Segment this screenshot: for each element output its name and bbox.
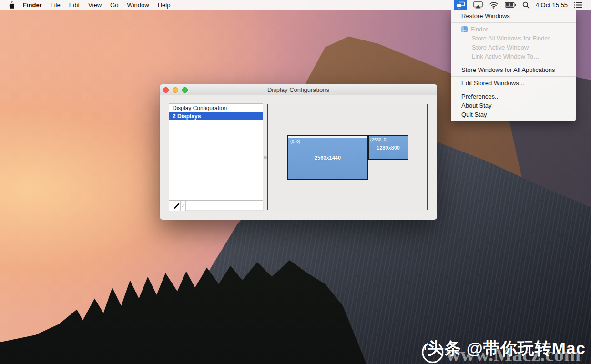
menu-help[interactable]: Help bbox=[158, 1, 171, 9]
menu-item-store-all-windows-finder: Store All Windows for Finder bbox=[451, 34, 576, 43]
menu-edit[interactable]: Edit bbox=[69, 1, 80, 9]
menu-item-preferences[interactable]: Preferences... bbox=[451, 92, 576, 101]
secondary-display-resolution: 1280x800 bbox=[369, 136, 408, 159]
configuration-row-selected[interactable]: 2 Displays bbox=[169, 112, 263, 120]
battery-charging-icon[interactable] bbox=[505, 0, 516, 10]
menu-separator bbox=[451, 76, 576, 77]
menubar: Finder File Edit View Go Window Help bbox=[0, 0, 591, 10]
stay-menubar-button[interactable] bbox=[454, 0, 467, 10]
display-box-secondary[interactable]: (2560, 0) 1280x800 bbox=[368, 135, 408, 160]
window-title: Display Configurations bbox=[160, 84, 437, 95]
menubar-status-area: 4 Oct 15:55 bbox=[454, 0, 591, 10]
edit-configuration-button[interactable] bbox=[173, 201, 181, 211]
menu-view[interactable]: View bbox=[88, 1, 102, 9]
watermark: www.Macz.com 头条 @带你玩转Mac bbox=[419, 331, 591, 364]
stay-displays-icon bbox=[456, 1, 465, 9]
stay-dropdown-menu: Restore Windows Finder Store All Windows… bbox=[451, 10, 576, 121]
apple-menu[interactable] bbox=[8, 0, 14, 10]
rename-field[interactable] bbox=[186, 201, 264, 211]
menubar-menus: Finder File Edit View Go Window Help bbox=[0, 0, 170, 10]
apple-logo-icon bbox=[8, 1, 14, 9]
window-titlebar[interactable]: Display Configurations bbox=[160, 84, 437, 95]
menubar-app-name[interactable]: Finder bbox=[23, 1, 42, 9]
menu-item-edit-stored-windows[interactable]: Edit Stored Windows... bbox=[451, 79, 576, 88]
primary-display-resolution: 2560x1440 bbox=[288, 136, 367, 179]
menu-item-store-active-window: Store Active Window bbox=[451, 43, 576, 52]
pencil-icon bbox=[173, 202, 180, 209]
remove-configuration-button[interactable]: − bbox=[169, 201, 173, 211]
finder-icon bbox=[461, 26, 468, 32]
splitter-handle[interactable] bbox=[264, 156, 267, 159]
menu-go[interactable]: Go bbox=[110, 1, 118, 9]
configurations-column-header: Display Configuration bbox=[169, 104, 263, 112]
menu-item-restore-windows[interactable]: Restore Windows bbox=[451, 11, 576, 20]
menu-separator bbox=[451, 90, 576, 90]
configurations-list: Display Configuration 2 Displays − ✓ bbox=[169, 103, 263, 211]
display-arrangement-panel: (0, 0) 2560x1440 (2560, 0) 1280x800 bbox=[267, 104, 428, 210]
notification-center-icon[interactable] bbox=[574, 0, 582, 10]
menu-separator bbox=[451, 22, 576, 23]
menu-item-finder: Finder bbox=[451, 25, 576, 34]
airplay-display-icon[interactable] bbox=[473, 0, 483, 10]
menu-separator bbox=[451, 63, 576, 63]
confirm-button-disabled[interactable]: ✓ bbox=[181, 201, 186, 211]
display-box-primary[interactable]: (0, 0) 2560x1440 bbox=[287, 135, 368, 180]
menu-item-about-stay[interactable]: About Stay bbox=[451, 101, 576, 110]
list-toolbar: − ✓ bbox=[169, 200, 263, 211]
menu-item-quit-stay[interactable]: Quit Stay bbox=[451, 110, 576, 119]
menu-item-store-windows-all-apps[interactable]: Store Windows for All Applications bbox=[451, 65, 576, 74]
menu-item-link-active-window: Link Active Window To… bbox=[451, 52, 576, 61]
menubar-clock[interactable]: 4 Oct 15:55 bbox=[536, 1, 568, 9]
menu-item-finder-label: Finder bbox=[470, 25, 488, 34]
menu-window[interactable]: Window bbox=[127, 1, 149, 9]
wifi-icon[interactable] bbox=[489, 0, 499, 10]
watermark-handle: 头条 @带你玩转Mac bbox=[427, 337, 586, 360]
display-configurations-window: Display Configurations Display Configura… bbox=[160, 84, 437, 220]
menu-file[interactable]: File bbox=[51, 1, 61, 9]
spotlight-search-icon[interactable] bbox=[522, 0, 530, 10]
